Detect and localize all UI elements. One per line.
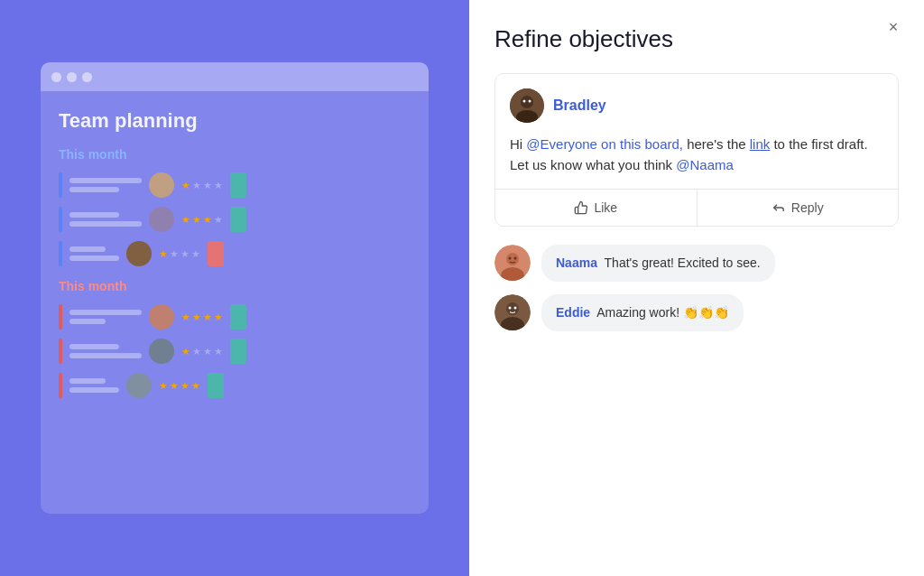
- task-indicator: [59, 339, 62, 364]
- task-row: ★ ★ ★ ★: [59, 304, 411, 330]
- color-chip: [230, 172, 246, 198]
- task-avatar: [126, 241, 152, 266]
- app-content: Team planning This month ★ ★ ★ ★: [41, 91, 429, 425]
- task-line: [69, 319, 106, 324]
- stars: ★ ★ ★ ★: [181, 180, 223, 191]
- color-chip: [230, 339, 246, 364]
- like-label: Like: [594, 200, 617, 215]
- task-lines: [69, 212, 142, 227]
- task-avatar: [149, 304, 174, 330]
- star: ★: [191, 380, 200, 392]
- eddie-reply-bubble: Eddie Amazing work! 👏👏👏: [541, 294, 744, 331]
- task-line: [69, 178, 142, 183]
- link-text[interactable]: link: [750, 136, 771, 152]
- close-button[interactable]: ×: [881, 14, 906, 40]
- color-chip: [208, 241, 224, 266]
- bradley-avatar-svg: [510, 88, 544, 123]
- task-lines: [69, 246, 119, 261]
- star: ★: [170, 380, 179, 392]
- star: ★: [181, 214, 190, 226]
- section-1-label: This month: [59, 147, 411, 162]
- star: ★: [214, 214, 223, 226]
- app-titlebar: [41, 62, 429, 91]
- task-indicator: [59, 241, 62, 266]
- svg-point-3: [523, 100, 526, 103]
- task-indicator: [59, 207, 62, 232]
- star: ★: [203, 346, 212, 358]
- star: ★: [181, 180, 190, 191]
- background-panel: Team planning This month ★ ★ ★ ★: [0, 0, 469, 576]
- color-chip: [230, 207, 246, 232]
- reply-label: Reply: [791, 200, 824, 215]
- naama-avatar-svg: [494, 245, 531, 281]
- section-2-label: This month: [59, 279, 411, 293]
- eddie-name: Eddie: [556, 305, 590, 320]
- task-row: ★ ★ ★ ★: [59, 339, 411, 364]
- task-row: ★ ★ ★ ★: [59, 373, 411, 398]
- window-dot-2: [67, 72, 77, 82]
- color-chip: [208, 373, 224, 398]
- star: ★: [214, 311, 223, 323]
- star: ★: [192, 214, 201, 226]
- window-dot-1: [51, 72, 61, 82]
- task-line: [69, 378, 106, 384]
- task-lines: [69, 344, 142, 358]
- dialog-title: Refine objectives: [494, 25, 899, 53]
- star: ★: [170, 248, 179, 260]
- task-line: [69, 255, 119, 261]
- reply-item: Eddie Amazing work! 👏👏👏: [494, 294, 899, 331]
- task-row: ★ ★ ★ ★: [59, 241, 411, 266]
- eddie-reply-text: Amazing work! 👏👏👏: [596, 305, 729, 320]
- comment-actions: Like Reply: [495, 189, 898, 226]
- color-chip: [230, 304, 246, 330]
- star: ★: [180, 380, 189, 392]
- task-avatar: [149, 172, 174, 198]
- star: ★: [203, 180, 212, 191]
- commenter-avatar: [510, 88, 544, 123]
- task-line: [69, 353, 142, 358]
- star: ★: [181, 346, 190, 358]
- task-line: [69, 310, 142, 315]
- star: ★: [159, 380, 168, 392]
- stars: ★ ★ ★ ★: [181, 346, 223, 358]
- task-lines: [69, 310, 142, 324]
- app-window: Team planning This month ★ ★ ★ ★: [41, 62, 429, 514]
- task-lines: [69, 178, 142, 192]
- task-row: ★ ★ ★ ★: [59, 172, 411, 198]
- svg-point-6: [506, 253, 519, 265]
- naama-name: Naama: [556, 255, 597, 270]
- task-avatar: [149, 207, 174, 232]
- task-indicator: [59, 304, 62, 330]
- like-button[interactable]: Like: [495, 190, 698, 226]
- star: ★: [191, 248, 200, 260]
- stars: ★ ★ ★ ★: [181, 214, 223, 226]
- star: ★: [181, 311, 190, 323]
- like-icon: [574, 200, 588, 215]
- star: ★: [192, 180, 201, 191]
- svg-point-1: [521, 96, 533, 108]
- comment-text: Hi @Everyone on this board, here's the l…: [510, 134, 883, 176]
- task-avatar: [126, 373, 152, 398]
- reply-item: Naama That's great! Excited to see.: [494, 245, 899, 282]
- star: ★: [192, 346, 201, 358]
- task-line: [69, 246, 106, 252]
- stars: ★ ★ ★ ★: [159, 248, 200, 260]
- reply-button[interactable]: Reply: [698, 190, 899, 226]
- task-lines: [69, 378, 119, 393]
- star: ★: [203, 214, 212, 226]
- svg-point-8: [509, 256, 512, 259]
- star: ★: [214, 180, 223, 191]
- svg-point-14: [514, 306, 517, 309]
- svg-point-13: [509, 306, 512, 309]
- commenter-name: Bradley: [553, 98, 606, 114]
- comment-header: Bradley: [510, 88, 883, 123]
- dialog-panel: × Refine objectives Bradley Hi @Everyone…: [469, 0, 924, 576]
- mention-naama: @Naama: [676, 157, 734, 172]
- app-title: Team planning: [59, 109, 411, 133]
- task-line: [69, 387, 119, 393]
- task-line: [69, 212, 119, 218]
- task-line: [69, 221, 142, 227]
- star: ★: [192, 311, 201, 323]
- task-avatar: [149, 339, 174, 364]
- reply-icon: [772, 200, 786, 215]
